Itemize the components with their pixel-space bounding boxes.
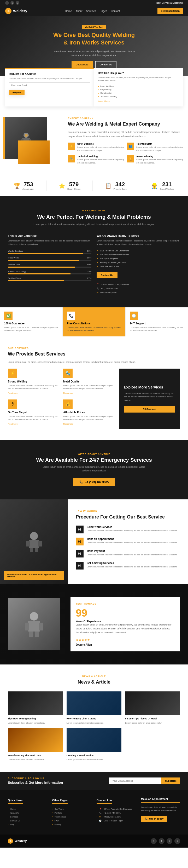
stat-awards-label: Awards Won	[23, 188, 34, 190]
linkedin-icon[interactable]: in	[16, 1, 19, 5]
subscribe-email-input[interactable]	[109, 777, 161, 784]
metal-title: Metal Quality	[63, 380, 114, 383]
footer-link-home[interactable]: Home	[8, 807, 47, 811]
help-item-3[interactable]: Technical Welding	[98, 95, 179, 98]
footer-facebook-icon[interactable]: f	[151, 838, 157, 844]
expert-secondary-image	[18, 141, 50, 164]
call-icon: 📞	[145, 817, 148, 820]
step-4-title: Get Amazing Services	[87, 562, 178, 564]
stat-divider-3	[139, 181, 139, 191]
footer-pinterest-icon[interactable]: p	[175, 838, 180, 844]
procedure-steps: 01 Select Your Services Lorem ipsum dolo…	[76, 526, 180, 569]
footer-email[interactable]: ✉info@weldery.com	[97, 815, 136, 819]
testimonial-text: Lorem ipsum dolor sit amet, consectetur …	[76, 623, 175, 635]
expertise-column: This Is Our Expertise Lorem ipsum dolor …	[8, 234, 91, 294]
expert-section: Expert Company We Are Welding & Metal Ex…	[0, 106, 188, 175]
news-text-4: Lorem ipsum dolor sit amet consectetur.	[67, 758, 122, 761]
testimonial-years: 99	[76, 607, 175, 619]
testimonial-section: Testimonials 99 Years Of Experience Lore…	[0, 584, 188, 664]
stat-divider-2	[92, 181, 93, 191]
nav-pages[interactable]: Pages	[100, 10, 107, 12]
svg-rect-15	[29, 631, 33, 637]
footer-link-contact[interactable]: Contact Us	[8, 819, 47, 823]
footer-page-team[interactable]: Our Team	[52, 807, 91, 811]
footer-page-portfolio[interactable]: Portfolio	[52, 811, 91, 815]
subscribe-button[interactable]: Subscribe	[161, 777, 180, 784]
feature-0: ⚡ Strict Deadline Lorem ipsum dolor sit …	[68, 143, 124, 152]
strict-deadline-icon: ⚡	[68, 143, 75, 150]
logo-text: Weldery	[13, 9, 27, 13]
nav-home[interactable]: Home	[65, 10, 72, 12]
news-title-4: Creating A Metal Product	[67, 754, 122, 757]
time-link[interactable]: Readmore	[8, 423, 59, 425]
services-left-col: ⚡ Strong Welding Lorem ipsum dolor sit a…	[8, 369, 59, 425]
get-consultation-button[interactable]: Get Consultation	[157, 8, 183, 14]
consultations-text: Lorem ipsum dolor sit amet consectetur a…	[67, 326, 121, 332]
footer-twitter-icon[interactable]: t	[159, 838, 164, 844]
help-item-0[interactable]: Laser Welding	[98, 85, 179, 88]
talented-staff-icon: 👥	[127, 143, 134, 150]
news-img-2	[125, 691, 180, 715]
help-learn-more[interactable]: Learn More ›	[98, 100, 110, 102]
guarantee-card: ✅ 100% Guarantee Lorem ipsum dolor sit a…	[0, 307, 63, 336]
news-img-3	[8, 728, 63, 752]
footer-link-about[interactable]: About Us	[8, 811, 47, 815]
metal-icon: 🔩	[63, 369, 73, 378]
step-3-number: 03	[76, 550, 83, 557]
news-title-2: 6 Some Tips Pieces Of Metal	[125, 717, 180, 720]
stat-divider-1	[46, 181, 47, 191]
services-right-title: Explore More Services	[124, 385, 175, 389]
nav-about[interactable]: About	[76, 10, 82, 12]
call-today-button[interactable]: 📞 Call In Today	[141, 816, 167, 822]
worker-testi-illustration	[24, 611, 44, 637]
footer-linkedin-icon[interactable]: in	[166, 838, 172, 844]
logo[interactable]: ⚙ Weldery	[5, 8, 27, 14]
stat-awards: 🏆 753 Awards Won	[14, 181, 34, 190]
clipboard-icon: 📋	[105, 183, 112, 189]
service-affordable: 💰 Affordable Prices Lorem ipsum dolor si…	[63, 400, 114, 425]
emergency-call-button[interactable]: 📞 +1 (123) 467 3865	[73, 478, 115, 486]
footer: Quick Links Home About Us Services Conta…	[0, 790, 188, 835]
nav-services[interactable]: Services	[86, 10, 96, 12]
footer-link-services[interactable]: Services	[8, 815, 47, 819]
metal-link[interactable]: Readmore	[63, 392, 114, 394]
footer-phone[interactable]: 📞+1 (123) 456 7891	[97, 811, 136, 815]
get-started-button[interactable]: Get Started	[72, 61, 93, 68]
stat-clients-label: Happy Clients	[67, 188, 80, 190]
news-img-0	[8, 691, 63, 715]
quote-email-input[interactable]	[9, 83, 90, 88]
news-text-3: Lorem ipsum dolor sit amet consectetur.	[8, 758, 63, 761]
support-card: 🕐 24/7 Support Lorem ipsum dolor sit ame…	[125, 307, 188, 336]
facebook-icon[interactable]: f	[5, 1, 9, 5]
step-1: 01 Select Your Services Lorem ipsum dolo…	[76, 526, 180, 533]
help-item-1[interactable]: Engineering	[98, 88, 179, 91]
request-button[interactable]: Request	[9, 90, 25, 95]
nav-contact[interactable]: Contact	[111, 10, 120, 12]
social-icons[interactable]: f t in	[5, 1, 19, 5]
footer-page-pricing[interactable]: Pricing	[52, 823, 91, 827]
price-icon: 💰	[63, 400, 73, 409]
welding-link[interactable]: Readmore	[8, 392, 59, 394]
expertise-title: This Is Our Expertise	[8, 234, 91, 237]
contact-us-button[interactable]: Contact Us	[95, 61, 117, 68]
help-item-2[interactable]: Construction	[98, 91, 179, 95]
footer-logo: ⚙ Weldery	[8, 838, 27, 844]
subscribe-title: Subscribe & Get More Information	[8, 781, 63, 784]
footer-page-faq[interactable]: FAQ	[52, 819, 91, 823]
services-description: Lorem ipsum dolor sit amet, consectetur …	[8, 360, 180, 364]
services-label: Our Services	[8, 347, 180, 349]
footer-social-icons[interactable]: f t in p	[151, 838, 180, 844]
step-2-title: Make an Appointment	[87, 537, 178, 540]
price-link[interactable]: Readmore	[63, 423, 114, 425]
all-services-button[interactable]: All Services	[124, 406, 175, 412]
footer-page-testimonials[interactable]: Testimonials	[52, 815, 91, 819]
skill-metal-works: Metal Works 85%	[8, 257, 91, 261]
footer-link-blog[interactable]: Blog	[8, 823, 47, 827]
footer-hours: 🕐Mon - Fri: 8am - 6pm	[97, 819, 136, 823]
twitter-icon[interactable]: t	[10, 1, 14, 5]
help-description: Lorem ipsum dolor sit amet, consectetur …	[98, 76, 179, 83]
contact-us-why-button[interactable]: Contact Us	[97, 272, 117, 278]
expert-description: Lorem ipsum dolor sit amet consectetur a…	[68, 130, 183, 138]
news-card-4: Creating A Metal Product Lorem ipsum dol…	[67, 728, 122, 762]
guarantee-icon: ✅	[4, 312, 12, 320]
